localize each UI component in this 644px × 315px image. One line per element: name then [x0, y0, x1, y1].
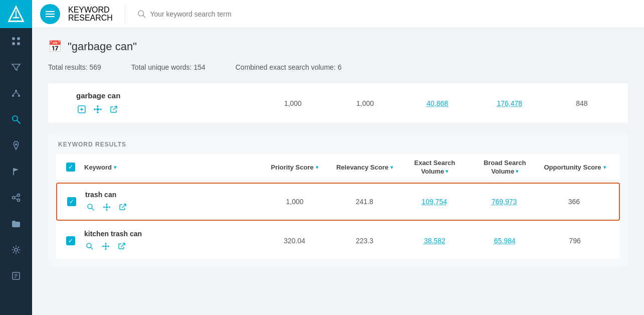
svg-line-19 [15, 196, 18, 197]
logo-button[interactable] [0, 0, 32, 28]
svg-point-9 [18, 95, 20, 97]
column-header-broad-volume[interactable]: Broad Search Volume ▾ [470, 159, 540, 175]
svg-point-35 [94, 108, 96, 110]
row2-cluster-icon[interactable] [100, 241, 111, 252]
network-icon[interactable] [0, 185, 32, 211]
main-content: KEYWORD RESEARCH 📅 "garbage can" Total r… [32, 0, 644, 315]
combined-search-stat: Combined exact search volume: 6 [236, 63, 342, 71]
content-area: 📅 "garbage can" Total results: 569 Total… [32, 28, 644, 315]
menu-button[interactable] [40, 4, 60, 24]
page-title-row: 📅 "garbage can" [48, 40, 628, 53]
export-icon[interactable] [0, 263, 32, 289]
row2-checkbox[interactable]: ✓ [66, 236, 75, 245]
row1-keyword-name: trash can [85, 191, 260, 199]
search-input[interactable] [150, 10, 632, 18]
svg-line-45 [92, 208, 94, 210]
total-results-stat: Total results: 569 [48, 63, 101, 71]
row2-relevancy-score: 223.3 [330, 237, 400, 245]
svg-point-21 [15, 248, 18, 251]
combined-search-label: Combined exact search volume: [236, 63, 336, 71]
row1-exact-volume[interactable]: 109,754 [399, 198, 469, 206]
total-unique-words-value: 154 [193, 63, 205, 71]
row1-cluster-icon[interactable] [101, 202, 112, 213]
row1-priority-score: 1,000 [260, 198, 329, 206]
sidebar [0, 0, 32, 315]
svg-point-4 [17, 37, 20, 40]
seed-exact-volume[interactable]: 40,868 [401, 99, 474, 107]
column-header-opportunity[interactable]: Opportunity Score ▾ [540, 164, 610, 171]
nodes-icon[interactable] [0, 80, 32, 106]
cluster-icon[interactable] [92, 104, 103, 115]
page-title: "garbage can" [68, 40, 137, 53]
svg-point-49 [106, 204, 108, 205]
table-header: ✓ Keyword ▾ Priority Score ▾ Relevancy S… [56, 154, 620, 181]
keyword-sort-icon: ▾ [114, 165, 116, 170]
row2-exact-volume[interactable]: 38,582 [399, 237, 470, 245]
row1-check[interactable]: ✓ [67, 197, 85, 206]
search-sidebar-icon[interactable] [0, 106, 32, 132]
svg-point-6 [17, 42, 20, 45]
svg-point-7 [15, 90, 17, 92]
svg-point-37 [97, 105, 99, 107]
svg-point-47 [103, 207, 105, 208]
svg-line-30 [143, 15, 145, 17]
svg-point-5 [12, 42, 15, 45]
column-header-priority[interactable]: Priority Score ▾ [260, 164, 330, 171]
seed-keyword-actions [76, 104, 257, 115]
row2-search-icon[interactable] [84, 241, 95, 252]
header-check-col: ✓ [66, 163, 84, 172]
svg-point-46 [106, 206, 108, 208]
svg-line-67 [121, 243, 125, 247]
search-bar[interactable] [133, 10, 636, 19]
row1-broad-volume[interactable]: 769,973 [469, 198, 539, 206]
external-link-icon[interactable] [108, 104, 119, 115]
svg-line-10 [13, 92, 16, 95]
total-results-value: 569 [89, 63, 101, 71]
svg-point-61 [105, 243, 107, 244]
svg-point-58 [105, 245, 107, 247]
svg-point-59 [102, 246, 104, 247]
row1-search-icon[interactable] [85, 202, 96, 213]
seed-keyword-card: garbage can [48, 83, 628, 123]
svg-point-17 [18, 194, 20, 197]
dashboard-icon[interactable] [0, 28, 32, 54]
column-header-exact-volume[interactable]: Exact Search Volume ▾ [399, 159, 470, 175]
svg-line-43 [113, 106, 117, 110]
svg-line-57 [91, 247, 93, 249]
keyword-results-label: KEYWORD RESULTS [56, 141, 620, 148]
row1-checkbox[interactable]: ✓ [67, 197, 76, 206]
brand-line2: RESEARCH [68, 14, 113, 22]
seed-priority-score: 1,000 [257, 99, 329, 107]
funnel-icon[interactable] [0, 54, 32, 80]
svg-point-50 [106, 209, 108, 211]
row1-external-link-icon[interactable] [117, 202, 128, 213]
row2-broad-volume[interactable]: 65,984 [470, 237, 540, 245]
opportunity-sort-icon: ▾ [603, 165, 606, 170]
total-unique-words-stat: Total unique words: 154 [131, 63, 205, 71]
flag-icon[interactable] [0, 159, 32, 185]
folder-icon[interactable] [0, 211, 32, 237]
row2-check[interactable]: ✓ [66, 236, 84, 245]
total-unique-words-label: Total unique words: [131, 63, 192, 71]
rocket-icon[interactable] [0, 132, 32, 159]
svg-line-55 [122, 204, 126, 208]
seed-broad-volume[interactable]: 176,478 [474, 99, 546, 107]
settings-icon[interactable] [0, 237, 32, 263]
table-row: ✓ trash can [56, 183, 620, 221]
select-all-checkbox[interactable]: ✓ [66, 163, 75, 172]
seed-keyword-info: garbage can [76, 91, 257, 115]
svg-point-38 [97, 111, 99, 113]
seed-opportunity-score: 848 [546, 99, 618, 107]
priority-sort-icon: ▾ [316, 165, 318, 170]
svg-point-14 [15, 143, 17, 145]
column-header-relevancy[interactable]: Relevancy Score ▾ [330, 164, 400, 171]
keyword-results-section: KEYWORD RESULTS ✓ Keyword ▾ Priority Sco… [48, 133, 628, 267]
column-header-keyword[interactable]: Keyword ▾ [84, 164, 260, 171]
total-results-label: Total results: [48, 63, 88, 71]
table-row: ✓ kitchen trash can [56, 223, 620, 259]
add-to-list-icon[interactable] [76, 104, 87, 115]
header: KEYWORD RESEARCH [32, 0, 644, 28]
brand-label: KEYWORD RESEARCH [68, 6, 113, 22]
combined-search-value: 6 [338, 63, 342, 71]
row2-external-link-icon[interactable] [116, 241, 127, 252]
